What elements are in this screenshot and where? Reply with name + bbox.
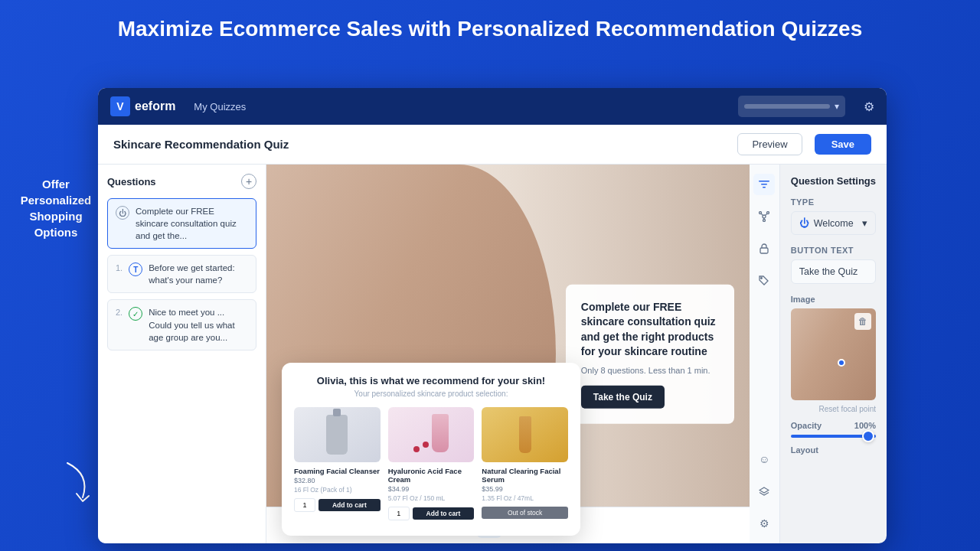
- settings-content: Question Settings Type ⏻ Welcome ▾ Butto…: [780, 165, 887, 543]
- question-icon-1: T: [129, 262, 142, 276]
- opacity-thumb: [862, 430, 874, 442]
- save-button[interactable]: Save: [815, 134, 871, 155]
- product-size-0: 16 Fl Oz (Pack of 1): [294, 486, 381, 494]
- take-quiz-button[interactable]: Take the Quiz: [581, 386, 665, 409]
- layout-label: Layout: [791, 445, 876, 455]
- quiz-title: Skincare Recommendation Quiz: [113, 138, 725, 151]
- button-text-field[interactable]: Take the Quiz: [791, 259, 876, 284]
- nav-my-quizzes[interactable]: My Quizzes: [194, 101, 246, 112]
- svg-rect-6: [761, 184, 767, 185]
- quiz-card-heading: Complete our FREE skincare consultation …: [581, 299, 719, 359]
- question-icon-2: ✓: [129, 307, 142, 321]
- preview-canvas: Complete our FREE skincare consultation …: [266, 165, 750, 543]
- add-question-button[interactable]: +: [241, 174, 256, 189]
- question-text-1: Before we get started: what's your name?: [149, 262, 248, 286]
- opacity-value: 100%: [854, 421, 876, 430]
- tag-icon: [759, 276, 769, 286]
- settings-layers-icon[interactable]: [753, 481, 775, 502]
- out-of-stock-button-2[interactable]: Out of stock: [482, 507, 568, 519]
- image-delete-button[interactable]: 🗑: [854, 313, 871, 330]
- right-panel: ☺ ⚙ Question Settings Type ⏻: [750, 165, 887, 543]
- preview-button[interactable]: Preview: [737, 133, 802, 155]
- quiz-card: Complete our FREE skincare consultation …: [566, 284, 734, 423]
- opacity-slider[interactable]: [791, 435, 876, 438]
- product-price-0: $32.80: [294, 477, 381, 484]
- questions-label: Questions: [107, 176, 156, 187]
- settings-filter-icon[interactable]: [753, 174, 775, 195]
- product-qty-row-0: Add to cart: [294, 498, 381, 512]
- reset-focal-button[interactable]: Reset focal point: [791, 405, 876, 413]
- power-icon: ⏻: [799, 217, 809, 229]
- product-size-2: 1.35 Fl Oz / 47mL: [482, 494, 568, 502]
- image-preview-box: 🗑: [791, 308, 876, 400]
- question-number-2: 2.: [116, 308, 122, 317]
- header-bar: Skincare Recommendation Quiz Preview Sav…: [98, 125, 887, 165]
- question-icon-0: ⏻: [116, 206, 129, 220]
- type-selector[interactable]: ⏻ Welcome ▾: [791, 211, 876, 235]
- lock-icon: [760, 243, 769, 254]
- dropdown-bar: [744, 104, 830, 109]
- quiz-card-subtitle: Only 8 questions. Less than 1 min.: [581, 366, 719, 375]
- tube-icon: [432, 414, 449, 452]
- app-window: V eeform My Quizzes ▾ ⚙ Skincare Recomme…: [98, 88, 887, 543]
- settings-lock-icon[interactable]: [753, 238, 775, 259]
- nodes-icon: [759, 211, 769, 222]
- vial-icon: [519, 416, 531, 453]
- left-label: Offer Personalized Shopping Options: [14, 176, 98, 240]
- question-text-2: Nice to meet you ... Could you tell us w…: [149, 306, 248, 343]
- topnav: V eeform My Quizzes ▾ ⚙: [98, 88, 887, 125]
- svg-point-8: [763, 215, 766, 218]
- page-background: Maximize Ecommerce Sales with Personaliz…: [0, 0, 980, 551]
- layers-icon: [759, 487, 769, 496]
- product-card-title: Olivia, this is what we recommend for yo…: [294, 375, 568, 386]
- product-item-1: Hyaluronic Acid Face Cream $34.99 5.07 F…: [388, 407, 475, 523]
- product-image-2: [482, 407, 568, 462]
- product-qty-input-0[interactable]: [294, 498, 315, 512]
- focal-point-dot: [838, 359, 845, 367]
- add-cart-button-0[interactable]: Add to cart: [318, 499, 381, 511]
- page-title: Maximize Ecommerce Sales with Personaliz…: [0, 0, 980, 55]
- type-label: Type: [791, 197, 876, 207]
- question-item-2[interactable]: 2. ✓ Nice to meet you ... Could you tell…: [107, 299, 256, 350]
- logo-text: eeform: [135, 99, 175, 113]
- product-price-1: $34.99: [388, 485, 475, 493]
- bottle-icon: [326, 415, 348, 455]
- svg-point-10: [767, 212, 769, 214]
- svg-line-12: [761, 214, 763, 215]
- product-name-1: Hyaluronic Acid Face Cream: [388, 467, 475, 484]
- add-cart-button-1[interactable]: Add to cart: [413, 507, 475, 520]
- main-content: Questions + ⏻ Complete our FREE skincare…: [98, 165, 887, 543]
- svg-rect-5: [759, 181, 769, 182]
- products-row: Foaming Facial Cleanser $32.80 16 Fl Oz …: [294, 407, 568, 523]
- settings-panel-title: Question Settings: [791, 175, 876, 187]
- dropdown-chevron-icon: ▾: [835, 101, 839, 112]
- product-card-subtitle: Your personalized skincare product selec…: [294, 390, 568, 398]
- gear-icon[interactable]: ⚙: [864, 99, 874, 114]
- product-image-1: [388, 407, 475, 462]
- opacity-label: Opacity 100%: [791, 421, 876, 430]
- settings-tag-icon[interactable]: [753, 270, 775, 292]
- product-item-2: Natural Clearing Facial Serum $35.99 1.3…: [482, 407, 568, 523]
- type-selector-left: ⏻ Welcome: [799, 217, 854, 229]
- button-text-label: Button text: [791, 246, 876, 255]
- arrow-icon: [60, 459, 98, 505]
- question-item-0[interactable]: ⏻ Complete our FREE skincare consultatio…: [107, 198, 256, 249]
- product-name-2: Natural Clearing Facial Serum: [482, 467, 568, 484]
- svg-point-16: [761, 278, 763, 279]
- svg-point-9: [760, 212, 762, 214]
- logo: V eeform: [110, 96, 175, 116]
- product-recommendation-card: Olivia, this is what we recommend for yo…: [282, 363, 580, 536]
- question-item-1[interactable]: 1. T Before we get started: what's your …: [107, 255, 256, 293]
- svg-line-13: [766, 214, 767, 215]
- svg-rect-15: [760, 248, 768, 253]
- nav-dropdown[interactable]: ▾: [738, 96, 845, 117]
- settings-emoji-icon[interactable]: ☺: [753, 448, 775, 470]
- product-qty-input-1[interactable]: [388, 507, 410, 520]
- logo-icon: V: [110, 96, 130, 116]
- product-item-0: Foaming Facial Cleanser $32.80 16 Fl Oz …: [294, 407, 381, 523]
- settings-gear-icon[interactable]: ⚙: [753, 513, 775, 534]
- type-chevron-icon: ▾: [862, 217, 867, 229]
- question-number-1: 1.: [116, 263, 122, 272]
- settings-nodes-icon[interactable]: [753, 206, 775, 227]
- product-image-0: [294, 407, 381, 462]
